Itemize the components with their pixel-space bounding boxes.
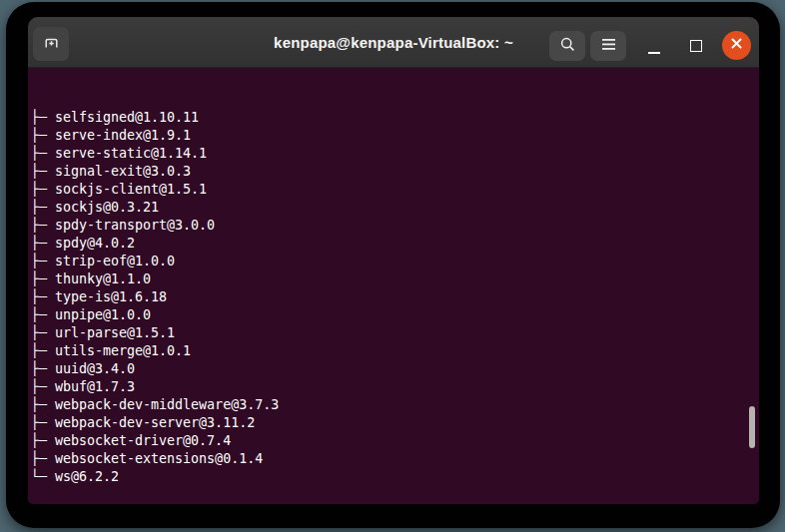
package-line: ├─ sockjs-client@1.5.1	[31, 181, 759, 199]
package-list: ├─ selfsigned@1.10.11├─ serve-index@1.9.…	[31, 109, 759, 486]
package-line: ├─ sockjs@0.3.21	[31, 199, 759, 217]
maximize-button[interactable]	[683, 31, 709, 61]
terminal-window: kenpapa@kenpapa-VirtualBox: ~	[28, 17, 759, 504]
minimize-button[interactable]	[641, 31, 667, 61]
new-tab-icon	[43, 34, 60, 55]
search-button[interactable]	[549, 31, 585, 61]
scrollbar-thumb[interactable]	[749, 406, 755, 448]
package-line: └─ ws@6.2.2	[31, 468, 759, 486]
package-line: ├─ websocket-driver@0.7.4	[31, 432, 759, 450]
desktop-backdrop: { "window": { "titlebar": { "title": "ke…	[0, 0, 785, 532]
hamburger-menu-icon	[601, 37, 616, 55]
package-line: ├─ serve-static@1.14.1	[31, 145, 759, 163]
package-line: ├─ spdy@4.0.2	[31, 235, 759, 253]
package-line: ├─ unpipe@1.0.0	[31, 306, 759, 324]
package-line: ├─ wbuf@1.7.3	[31, 378, 759, 396]
package-line: ├─ websocket-extensions@0.1.4	[31, 450, 759, 468]
titlebar[interactable]: kenpapa@kenpapa-VirtualBox: ~	[28, 17, 759, 68]
package-line: ├─ spdy-transport@3.0.0	[31, 217, 759, 235]
minimize-icon	[648, 52, 660, 54]
package-line: ├─ type-is@1.6.18	[31, 288, 759, 306]
package-line: ├─ webpack-dev-middleware@3.7.3	[31, 396, 759, 414]
package-line: ├─ serve-index@1.9.1	[31, 127, 759, 145]
package-line: ├─ uuid@3.4.0	[31, 360, 759, 378]
search-icon	[559, 36, 576, 57]
package-line: ├─ utils-merge@1.0.1	[31, 342, 759, 360]
close-button[interactable]	[722, 31, 751, 60]
terminal-content[interactable]: ├─ selfsigned@1.10.11├─ serve-index@1.9.…	[28, 69, 759, 504]
package-line: ├─ thunky@1.1.0	[31, 270, 759, 288]
maximize-icon	[690, 40, 702, 52]
package-line: ├─ strip-eof@1.0.0	[31, 253, 759, 270]
menu-button[interactable]	[590, 31, 626, 61]
close-icon	[729, 36, 744, 55]
package-line: ├─ webpack-dev-server@3.11.2	[31, 414, 759, 432]
package-line: ├─ selfsigned@1.10.11	[31, 109, 759, 127]
new-tab-button[interactable]	[33, 27, 69, 61]
package-line: ├─ signal-exit@3.0.3	[31, 163, 759, 181]
package-line: ├─ url-parse@1.5.1	[31, 324, 759, 342]
